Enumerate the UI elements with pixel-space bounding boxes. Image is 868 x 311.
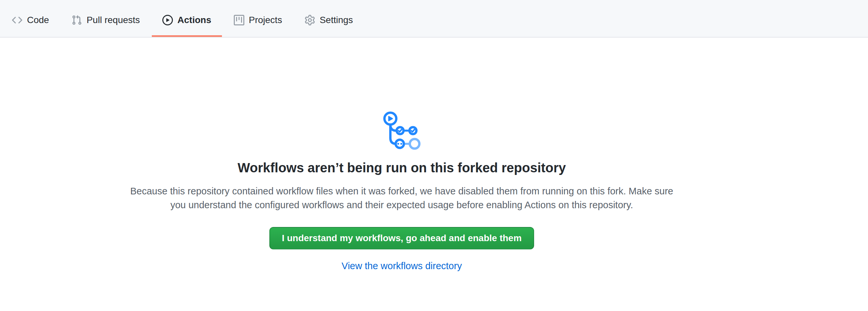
project-icon <box>234 15 244 25</box>
enable-workflows-button[interactable]: I understand my workflows, go ahead and … <box>269 227 534 249</box>
view-workflows-directory-link[interactable]: View the workflows directory <box>341 260 462 272</box>
empty-state-description: Because this repository contained workfl… <box>125 184 678 212</box>
play-icon <box>162 15 173 25</box>
actions-empty-state: Workflows aren’t being run on this forke… <box>0 111 803 272</box>
gear-icon <box>305 15 315 25</box>
tab-projects[interactable]: Projects <box>223 0 293 37</box>
tab-pull-requests[interactable]: Pull requests <box>61 0 151 37</box>
git-pull-request-icon <box>71 15 82 25</box>
tab-actions[interactable]: Actions <box>152 0 222 37</box>
tab-label: Actions <box>178 15 211 25</box>
repo-nav: Code Pull requests Actions Projects Sett… <box>0 0 868 37</box>
tab-label: Code <box>27 15 49 25</box>
tab-settings[interactable]: Settings <box>294 0 364 37</box>
workflow-graph-icon <box>0 111 803 147</box>
empty-state-heading: Workflows aren’t being run on this forke… <box>0 160 803 176</box>
tab-label: Projects <box>249 15 282 25</box>
tab-label: Pull requests <box>87 15 140 25</box>
code-icon <box>12 15 22 25</box>
tab-label: Settings <box>320 15 353 25</box>
tab-code[interactable]: Code <box>1 0 60 37</box>
